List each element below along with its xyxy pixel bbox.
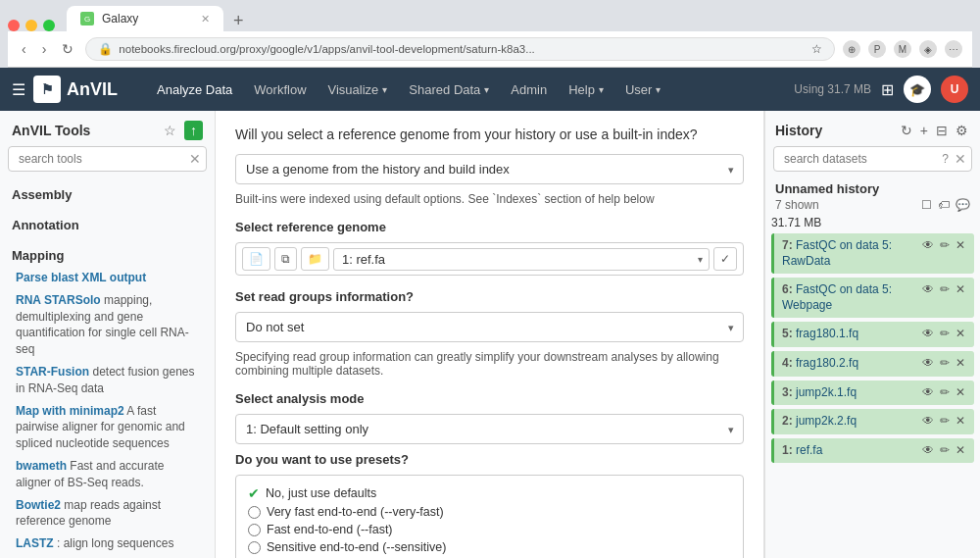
section-assembly-title[interactable]: Assembly <box>8 183 207 206</box>
sidebar-upload-button[interactable]: ↑ <box>184 121 203 140</box>
radio-item[interactable]: Very fast end-to-end (--very-fast) <box>248 503 731 521</box>
history-refresh-btn[interactable]: ↻ <box>899 121 914 140</box>
history-item-3[interactable]: 3: jump2k.1.fq 👁 ✏ ✕ <box>771 380 974 406</box>
forward-button[interactable]: › <box>38 39 51 59</box>
section-mapping-title[interactable]: Mapping <box>8 244 207 267</box>
nav-workflow[interactable]: Workflow <box>244 76 316 103</box>
preset-radio-2[interactable] <box>248 524 261 536</box>
item-edit-btn[interactable]: ✏ <box>939 443 951 457</box>
history-tag-icon[interactable]: 🏷 <box>938 198 950 212</box>
search-input[interactable] <box>8 146 207 172</box>
list-item[interactable]: LASTZ : align long sequences <box>8 533 207 555</box>
item-edit-btn[interactable]: ✏ <box>939 327 951 340</box>
history-select-icon[interactable]: ☐ <box>921 198 932 212</box>
list-item[interactable]: RNA STARSolo mapping, demultiplexing and… <box>8 289 207 361</box>
item-eye-btn[interactable]: 👁 <box>921 385 935 399</box>
search-clear-icon[interactable]: ✕ <box>189 151 201 167</box>
history-item-7[interactable]: 7: FastQC on data 5: RawData 👁 ✏ ✕ <box>771 233 974 274</box>
item-delete-btn[interactable]: ✕ <box>955 327 966 340</box>
history-item-4[interactable]: 4: frag180.2.fq 👁 ✏ ✕ <box>771 351 974 377</box>
browser-tab[interactable]: G Galaxy ✕ <box>67 6 223 31</box>
list-item[interactable]: STAR-Fusion detect fusion genes in RNA-S… <box>8 361 207 400</box>
nav-admin[interactable]: Admin <box>501 76 557 103</box>
list-item[interactable]: Bowtie2 map reads against reference geno… <box>8 494 207 533</box>
item-edit-btn[interactable]: ✏ <box>939 282 951 296</box>
item-eye-btn[interactable]: 👁 <box>921 356 935 370</box>
radio-item[interactable]: Sensitive end-to-end (--sensitive) <box>248 538 731 556</box>
list-item[interactable]: Parse blast XML output <box>8 267 207 289</box>
genome-source-select[interactable]: Use a genome from the history and build … <box>235 154 744 184</box>
maximize-dot[interactable] <box>43 20 55 31</box>
item-edit-btn[interactable]: ✏ <box>939 238 951 252</box>
item-edit-btn[interactable]: ✏ <box>939 385 951 399</box>
item-eye-btn[interactable]: 👁 <box>921 414 935 428</box>
item-number: 2: <box>782 414 796 428</box>
sidebar-star-button[interactable]: ☆ <box>162 121 178 140</box>
history-add-btn[interactable]: + <box>918 121 930 140</box>
preset-radio-3[interactable] <box>248 541 261 554</box>
url-bar[interactable]: 🔒 notebooks.firecloud.org/proxy/google/v… <box>85 37 835 61</box>
tab-close-button[interactable]: ✕ <box>201 13 210 25</box>
extensions-icon[interactable]: ⊕ <box>843 40 860 58</box>
section-annotation-title[interactable]: Annotation <box>8 214 207 236</box>
graduation-icon[interactable]: 🎓 <box>904 76 931 103</box>
close-dot[interactable] <box>8 20 20 31</box>
analysis-select[interactable]: 1: Default setting only <box>235 414 744 444</box>
history-item-5[interactable]: 5: frag180.1.fq 👁 ✏ ✕ <box>771 322 974 347</box>
minimize-dot[interactable] <box>25 20 37 31</box>
nav-shared-data[interactable]: Shared Data ▾ <box>399 76 499 103</box>
visualize-label: Visualize <box>328 82 379 97</box>
item-title-text: jump2k.1.fq <box>796 385 857 399</box>
sidebar-section-annotation: Annotation <box>0 210 215 240</box>
list-item[interactable]: bwameth Fast and accurate aligner of BS-… <box>8 455 207 494</box>
item-delete-btn[interactable]: ✕ <box>955 385 966 399</box>
item-delete-btn[interactable]: ✕ <box>955 282 966 296</box>
item-delete-btn[interactable]: ✕ <box>955 443 966 457</box>
history-item-1[interactable]: 1: ref.fa 👁 ✏ ✕ <box>771 438 974 464</box>
back-button[interactable]: ‹ <box>18 39 30 59</box>
refresh-button[interactable]: ↻ <box>58 39 77 59</box>
genome-toolbar: 📄 ⧉ 📁 1: ref.fa ▾ ✓ <box>235 242 744 276</box>
item-delete-btn[interactable]: ✕ <box>955 238 966 252</box>
new-tab-button[interactable]: + <box>227 11 250 31</box>
hamburger-icon[interactable]: ☰ <box>12 80 25 99</box>
preset-radio-1[interactable] <box>248 506 261 519</box>
genome-select-caret: ▾ <box>698 254 703 265</box>
genome-file-icon-btn[interactable]: 📄 <box>242 247 270 271</box>
item-delete-btn[interactable]: ✕ <box>955 356 966 370</box>
readgroup-select[interactable]: Do not set <box>235 312 744 342</box>
genome-value-area[interactable]: 1: ref.fa ▾ <box>333 248 710 271</box>
history-item-2[interactable]: 2: jump2k.2.fq 👁 ✏ ✕ <box>771 409 974 434</box>
bookmark-icon[interactable]: M <box>894 40 911 58</box>
history-comment-icon[interactable]: 💬 <box>956 198 970 212</box>
item-edit-btn[interactable]: ✏ <box>939 414 951 428</box>
nav-analyze[interactable]: Analyze Data <box>147 76 242 103</box>
list-item[interactable]: Map with minimap2 A fast pairwise aligne… <box>8 400 207 455</box>
addon-icon[interactable]: ◈ <box>919 40 937 58</box>
item-edit-btn[interactable]: ✏ <box>939 356 951 370</box>
nav-visualize[interactable]: Visualize ▾ <box>318 76 398 103</box>
history-search-icon[interactable]: ? <box>942 152 949 166</box>
history-item-6[interactable]: 6: FastQC on data 5: Webpage 👁 ✏ ✕ <box>771 278 974 318</box>
genome-confirm-btn[interactable]: ✓ <box>713 247 737 271</box>
user-avatar[interactable]: U <box>941 76 968 103</box>
genome-folder-icon-btn[interactable]: 📁 <box>301 247 329 271</box>
sidebar-section-mapping: Mapping Parse blast XML output RNA STARS… <box>0 240 215 558</box>
genome-copy-icon-btn[interactable]: ⧉ <box>274 247 297 271</box>
item-delete-btn[interactable]: ✕ <box>955 414 966 428</box>
item-eye-btn[interactable]: 👁 <box>921 327 935 340</box>
star-icon[interactable]: ☆ <box>811 42 822 56</box>
profile-icon[interactable]: P <box>868 40 886 58</box>
history-settings-btn[interactable]: ⚙ <box>954 121 970 140</box>
radio-item[interactable]: ✔ No, just use defaults <box>248 483 731 503</box>
more-icon[interactable]: ⋯ <box>945 40 962 58</box>
history-search-clear-icon[interactable]: ✕ <box>955 151 966 167</box>
nav-help[interactable]: Help ▾ <box>559 76 613 103</box>
apps-grid-icon[interactable]: ⊞ <box>881 80 894 99</box>
history-columns-btn[interactable]: ⊟ <box>934 121 950 140</box>
nav-user[interactable]: User ▾ <box>615 76 670 103</box>
item-eye-btn[interactable]: 👁 <box>921 443 935 457</box>
item-eye-btn[interactable]: 👁 <box>921 282 935 296</box>
item-eye-btn[interactable]: 👁 <box>921 238 935 252</box>
radio-item[interactable]: Fast end-to-end (--fast) <box>248 521 731 538</box>
